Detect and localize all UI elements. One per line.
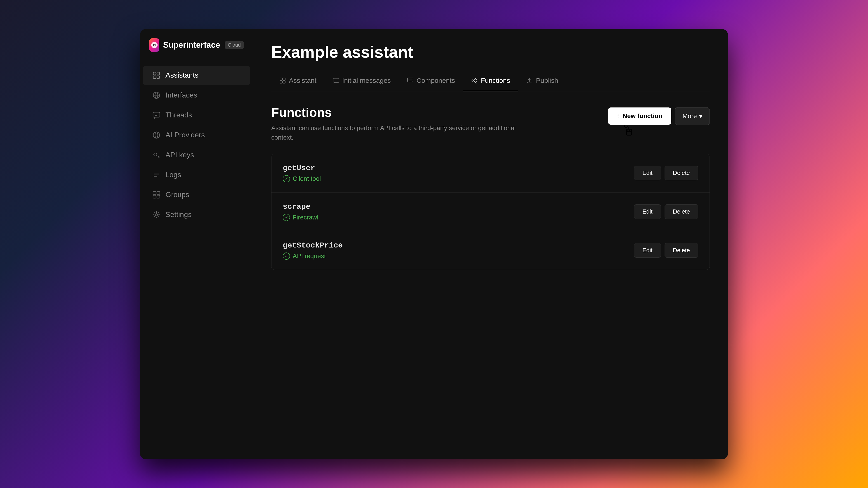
svg-point-32 <box>475 78 477 79</box>
function-type-icon: ✓ <box>283 253 290 260</box>
function-item: scrape ✓ Firecrawl Edit Delete <box>272 193 710 231</box>
edit-function-button[interactable]: Edit <box>634 166 661 180</box>
cursor-pointer: 🖱 <box>622 123 635 139</box>
svg-rect-26 <box>280 78 282 80</box>
sidebar-item-label: API keys <box>165 151 194 159</box>
delete-function-button[interactable]: Delete <box>664 243 698 258</box>
svg-point-10 <box>153 132 160 138</box>
svg-rect-30 <box>408 78 413 82</box>
more-button[interactable]: More ▾ <box>675 107 710 125</box>
sidebar: Superinterface Cloud Assistants <box>140 29 253 459</box>
function-type-label: Firecrawl <box>293 214 318 221</box>
api-keys-icon <box>152 150 161 160</box>
tab-label: Publish <box>536 77 558 84</box>
tab-components[interactable]: Components <box>399 70 463 91</box>
edit-function-button[interactable]: Edit <box>634 243 661 258</box>
tabs-bar: Assistant Initial messages Componen <box>271 70 710 91</box>
svg-rect-21 <box>153 192 156 194</box>
delete-function-button[interactable]: Delete <box>664 204 698 219</box>
interfaces-icon <box>152 91 161 100</box>
function-name: getUser <box>283 164 321 172</box>
publish-tab-icon <box>526 77 533 84</box>
sidebar-item-api-keys[interactable]: API keys <box>143 145 250 165</box>
cloud-badge: Cloud <box>225 41 244 49</box>
sidebar-item-label: AI Providers <box>165 131 205 139</box>
function-actions: Edit Delete <box>634 204 698 219</box>
function-name: scrape <box>283 202 318 211</box>
svg-rect-22 <box>157 192 160 194</box>
function-type-label: API request <box>293 253 326 260</box>
svg-rect-0 <box>153 72 156 75</box>
svg-rect-29 <box>283 81 285 83</box>
function-list: getUser ✓ Client tool Edit Delete scra <box>271 153 710 270</box>
tab-label: Initial messages <box>342 77 391 84</box>
svg-rect-28 <box>280 81 282 83</box>
header-actions: + New function More ▾ 🖱 <box>608 105 710 125</box>
groups-icon <box>152 190 161 199</box>
sidebar-item-threads[interactable]: Threads <box>143 106 250 125</box>
function-type-icon: ✓ <box>283 175 290 182</box>
sidebar-item-label: Settings <box>165 210 192 219</box>
edit-function-button[interactable]: Edit <box>634 204 661 219</box>
ai-providers-icon <box>152 131 161 140</box>
sidebar-item-logs[interactable]: Logs <box>143 165 250 184</box>
settings-icon <box>152 210 161 219</box>
tab-label: Functions <box>481 77 510 84</box>
tab-publish[interactable]: Publish <box>518 70 566 91</box>
section-description: Assistant can use functions to perform A… <box>271 123 520 142</box>
function-type: ✓ API request <box>283 253 343 260</box>
tab-assistant[interactable]: Assistant <box>271 70 324 91</box>
svg-point-34 <box>472 80 473 81</box>
tab-label: Assistant <box>289 77 316 84</box>
app-logo-icon <box>149 38 159 52</box>
tab-initial-messages[interactable]: Initial messages <box>324 70 399 91</box>
svg-rect-3 <box>157 76 160 79</box>
sidebar-item-label: Groups <box>165 191 189 199</box>
svg-rect-1 <box>157 72 160 75</box>
sidebar-item-assistants[interactable]: Assistants <box>143 66 250 85</box>
delete-function-button[interactable]: Delete <box>664 166 698 180</box>
section-title-area: Functions Assistant can use functions to… <box>271 105 520 142</box>
function-type: ✓ Firecrawl <box>283 214 318 221</box>
svg-rect-24 <box>157 195 160 198</box>
function-actions: Edit Delete <box>634 166 698 180</box>
assistants-icon <box>152 71 161 80</box>
functions-tab-icon <box>471 77 477 84</box>
function-actions: Edit Delete <box>634 243 698 258</box>
function-name: getStockPrice <box>283 241 343 250</box>
sidebar-item-label: Assistants <box>165 71 198 79</box>
function-type-label: Client tool <box>293 175 321 182</box>
components-tab-icon <box>407 77 413 84</box>
main-content: Example assistant Assistant <box>253 29 728 459</box>
sidebar-item-ai-providers[interactable]: AI Providers <box>143 125 250 145</box>
sidebar-item-interfaces[interactable]: Interfaces <box>143 86 250 105</box>
function-info: getUser ✓ Client tool <box>283 164 321 182</box>
section-title: Functions <box>271 105 520 120</box>
function-item: getUser ✓ Client tool Edit Delete <box>272 154 710 193</box>
page-header: Example assistant <box>253 29 728 70</box>
logs-icon <box>152 170 161 179</box>
tab-functions[interactable]: Functions <box>463 70 518 91</box>
sidebar-item-groups[interactable]: Groups <box>143 185 250 204</box>
function-info: getStockPrice ✓ API request <box>283 241 343 260</box>
sidebar-item-settings[interactable]: Settings <box>143 205 250 224</box>
svg-point-25 <box>155 213 158 216</box>
svg-point-33 <box>475 82 477 83</box>
sidebar-item-label: Interfaces <box>165 91 197 99</box>
function-item: getStockPrice ✓ API request Edit Delete <box>272 231 710 270</box>
more-label: More <box>682 112 697 120</box>
svg-line-36 <box>473 81 475 82</box>
app-name: Superinterface <box>163 40 220 50</box>
page-title: Example assistant <box>271 43 710 61</box>
function-type: ✓ Client tool <box>283 175 321 182</box>
svg-rect-2 <box>153 76 156 79</box>
svg-point-11 <box>155 132 158 138</box>
chevron-down-icon: ▾ <box>699 112 702 120</box>
logo-area: Superinterface Cloud <box>140 38 253 65</box>
function-info: scrape ✓ Firecrawl <box>283 202 318 221</box>
new-function-button[interactable]: + New function <box>608 108 671 125</box>
assistant-tab-icon <box>279 77 286 84</box>
section-header: Functions Assistant can use functions to… <box>271 105 710 142</box>
threads-icon <box>152 111 161 120</box>
svg-rect-27 <box>283 78 285 80</box>
